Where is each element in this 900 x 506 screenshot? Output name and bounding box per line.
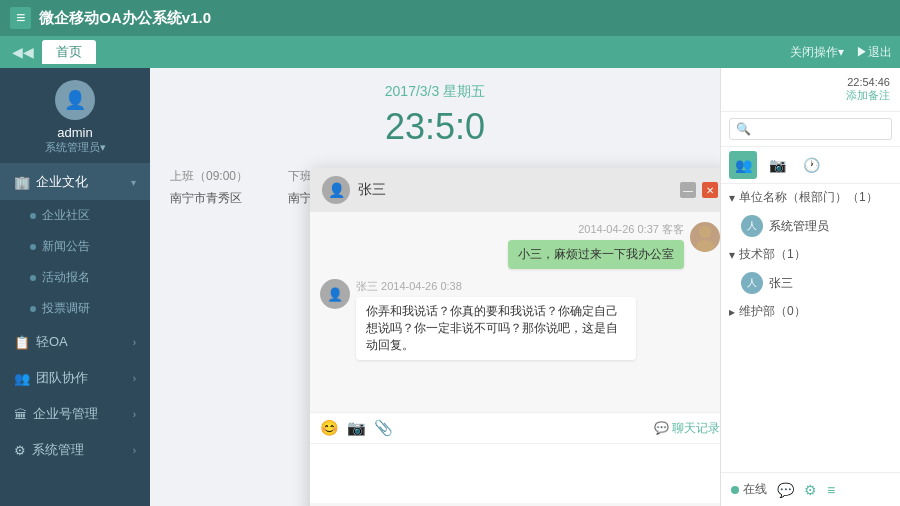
app-title: 微企移动OA办公系统v1.0 [39,9,211,28]
message-bubble: 小三，麻烦过来一下我办公室 [508,240,684,269]
dot-icon [30,244,36,250]
member-name: 张三 [769,275,793,292]
top-header: ≡ 微企移动OA办公系统v1.0 [0,0,900,36]
guest-avatar [690,222,720,252]
attachment-icon[interactable]: 📎 [374,419,393,437]
nav-prev-button[interactable]: ◀◀ [8,44,38,60]
member-avatar: 人 [741,272,763,294]
dot-icon [30,275,36,281]
org-tree: ▾ 单位名称（根部门）（1） 人 系统管理员 ▾ 技术部（1） 人 张三 ▸ 维… [721,184,900,472]
sidebar-subitem-vote[interactable]: 投票调研 [0,293,150,324]
chat-log-button[interactable]: 💬 聊天记录 [654,420,720,437]
chat-messages: 2014-04-26 0:37 客客 小三，麻烦过来一下我办公室 👤 张三 20… [310,212,720,412]
sender-name: 张三 [356,280,378,292]
svg-point-0 [699,226,711,238]
sidebar-item-label-team: 团队协作 [36,369,88,387]
chat-input[interactable] [310,443,720,503]
sidebar-user: 👤 admin 系统管理员▾ [0,68,150,164]
org-group-root[interactable]: ▾ 单位名称（根部门）（1） [721,184,900,211]
chat-toolbar: 😊 📷 📎 💬 聊天记录 [310,412,720,443]
org-group-name: 单位名称（根部门）（1） [739,189,878,206]
chevron-icon: ▾ [729,191,735,205]
menu-toggle-button[interactable]: ≡ [10,7,31,29]
subitem-label: 投票调研 [42,300,90,317]
tab-recent[interactable]: 🕐 [797,151,825,179]
org-member-sysadmin[interactable]: 人 系统管理员 [721,211,900,241]
chat-icon[interactable]: 💬 [777,482,794,498]
chat-dialog-controls: — ✕ [680,182,718,198]
exit-button[interactable]: ▶退出 [856,44,892,61]
org-member-zhangsan[interactable]: 人 张三 [721,268,900,298]
message-bubble: 你弄和我说话？你真的要和我说话？你确定自己想说吗？你一定非说不可吗？那你说吧，这… [356,297,636,360]
settings-icon[interactable]: ⚙ [804,482,817,498]
checkin-info: 上班（09:00） 南宁市青秀区 [170,166,248,209]
system-icon: ⚙ [14,443,26,458]
emoji-icon[interactable]: 😊 [320,419,339,437]
sidebar-item-label-company: 企业号管理 [33,405,98,423]
image-icon[interactable]: 📷 [347,419,366,437]
message-row: 👤 张三 2014-04-26 0:38 你弄和我说话？你真的要和我说话？你确定… [320,279,720,360]
sidebar: 👤 admin 系统管理员▾ 🏢 企业文化 ▾ 企业社区 新闻公告 活动报名 投… [0,68,150,506]
add-note-button[interactable]: 添加备注 [846,89,890,101]
message-time: 2014-04-26 0:38 [381,280,462,292]
avatar: 👤 [55,80,95,120]
sidebar-item-enterprise[interactable]: 🏢 企业文化 ▾ [0,164,150,200]
sidebar-item-system[interactable]: ⚙ 系统管理 › [0,432,150,468]
message-time: 2014-04-26 0:37 [578,223,659,235]
dot-icon [30,213,36,219]
tab-photos[interactable]: 📷 [763,151,791,179]
tab-contacts[interactable]: 👥 [729,151,757,179]
menu-icon[interactable]: ≡ [827,482,835,498]
system-arrow: › [133,445,136,456]
enterprise-arrow: ▾ [131,177,136,188]
search-input[interactable] [729,118,892,140]
main-layout: 👤 admin 系统管理员▾ 🏢 企业文化 ▾ 企业社区 新闻公告 活动报名 投… [0,68,900,506]
org-group-name: 技术部（1） [739,246,806,263]
clock-date: 2017/3/3 星期五 [150,83,720,101]
team-icon: 👥 [14,371,30,386]
sidebar-subitem-community[interactable]: 企业社区 [0,200,150,231]
chat-close-button[interactable]: ✕ [702,182,718,198]
sidebar-subitem-activity[interactable]: 活动报名 [0,262,150,293]
company-icon: 🏛 [14,407,27,422]
right-panel-search [721,112,900,147]
chat-minimize-button[interactable]: — [680,182,696,198]
subitem-label: 活动报名 [42,269,90,286]
chat-dialog: 👤 张三 — ✕ 2014-04-26 0:37 客客 小三，麻烦过来一下我办公… [310,168,720,506]
subitem-label: 企业社区 [42,207,90,224]
message-meta: 2014-04-26 0:37 客客 [508,222,684,237]
sidebar-item-light-oa[interactable]: 📋 轻OA › [0,324,150,360]
clock-section: 2017/3/3 星期五 23:5:0 [150,68,720,158]
online-label: 在线 [743,481,767,498]
org-group-tech[interactable]: ▾ 技术部（1） [721,241,900,268]
team-arrow: › [133,373,136,384]
status-dot-icon [731,486,739,494]
right-panel: 22:54:46 添加备注 👥 📷 🕐 ▾ 单位名称（根部门）（1） 人 系统管… [720,68,900,506]
light-oa-icon: 📋 [14,335,30,350]
chevron-icon: ▾ [729,248,735,262]
message-meta: 张三 2014-04-26 0:38 [356,279,636,294]
chat-contact-avatar: 👤 [322,176,350,204]
right-panel-time: 22:54:46 [847,76,890,88]
sidebar-item-label-system: 系统管理 [32,441,84,459]
right-panel-top: 22:54:46 添加备注 [721,68,900,112]
chat-contact-name: 张三 [358,181,672,199]
sidebar-item-company[interactable]: 🏛 企业号管理 › [0,396,150,432]
sidebar-subitem-news[interactable]: 新闻公告 [0,231,150,262]
nav-bar: ◀◀ 首页 关闭操作▾ ▶退出 [0,36,900,68]
zhangsan-avatar: 👤 [320,279,350,309]
tab-home[interactable]: 首页 [42,40,96,64]
org-group-maintenance[interactable]: ▸ 维护部（0） [721,298,900,325]
sidebar-item-label-enterprise: 企业文化 [36,173,88,191]
sidebar-username: admin [57,125,92,140]
light-oa-arrow: › [133,337,136,348]
chat-dialog-header: 👤 张三 — ✕ [310,168,720,212]
enterprise-icon: 🏢 [14,175,30,190]
dot-icon [30,306,36,312]
org-group-name: 维护部（0） [739,303,806,320]
clock-time: 23:5:0 [150,106,720,148]
sidebar-item-team[interactable]: 👥 团队协作 › [0,360,150,396]
close-operation-button[interactable]: 关闭操作▾ [790,44,844,61]
sidebar-role[interactable]: 系统管理员▾ [45,140,106,155]
svg-point-1 [696,240,714,252]
